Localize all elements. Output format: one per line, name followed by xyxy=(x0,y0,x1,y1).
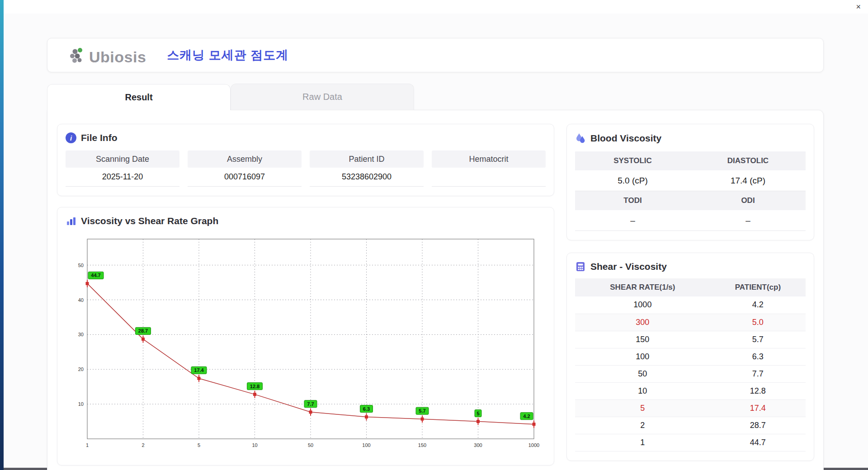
table-row-highlight: 3005.0 xyxy=(575,314,806,331)
logo-cluster-icon xyxy=(67,46,87,65)
cell-patient: 4.2 xyxy=(710,296,806,314)
svg-text:50: 50 xyxy=(78,263,84,268)
cell-shear: 100 xyxy=(575,348,710,365)
cell-patient: 17.4 xyxy=(710,400,806,417)
svg-text:28.7: 28.7 xyxy=(138,328,148,334)
bv-value-todi: – xyxy=(575,210,690,231)
table-header-row: SHEAR RATE(1/s) PATIENT(cp) xyxy=(575,278,806,296)
svg-text:5: 5 xyxy=(476,411,479,416)
svg-text:50: 50 xyxy=(308,442,313,448)
svg-text:30: 30 xyxy=(78,332,84,337)
table-row: 507.7 xyxy=(575,365,806,382)
svg-text:5: 5 xyxy=(198,442,200,448)
app-header: Ubiosis 스캐닝 모세관 점도계 xyxy=(47,38,824,72)
tab-bar: Result Raw Data xyxy=(47,84,824,110)
field-label: Hematocrit xyxy=(432,150,546,168)
svg-text:4.2: 4.2 xyxy=(523,414,530,419)
bv-header-systolic: SYSTOLIC xyxy=(575,151,690,170)
file-info-title: File Info xyxy=(81,132,118,143)
table-row-highlight: 517.4 xyxy=(575,400,806,417)
tab-result-label: Result xyxy=(125,92,152,103)
bar-chart-icon xyxy=(66,216,76,226)
page-title: 스캐닝 모세관 점도계 xyxy=(167,47,288,63)
cell-patient: 6.3 xyxy=(710,348,806,365)
column-patient: PATIENT(cp) xyxy=(710,278,806,296)
logo-text: Ubiosis xyxy=(89,49,146,65)
shear-viscosity-title: Shear - Viscosity xyxy=(590,261,667,272)
svg-text:12.8: 12.8 xyxy=(250,384,259,389)
svg-text:10: 10 xyxy=(252,442,257,448)
cell-shear: 5 xyxy=(575,400,710,417)
bv-header-diastolic: DIASTOLIC xyxy=(690,151,806,170)
graph-header: Viscosity vs Shear Rate Graph xyxy=(66,216,546,226)
cell-patient: 7.7 xyxy=(710,365,806,382)
viscosity-graph-panel: Viscosity vs Shear Rate Graph 1020304050… xyxy=(57,207,554,465)
svg-text:2: 2 xyxy=(142,442,144,448)
field-value: 000716097 xyxy=(188,168,302,187)
table-row: 144.7 xyxy=(575,434,806,451)
table-row: 228.7 xyxy=(575,417,806,434)
bv-value-systolic: 5.0 (cP) xyxy=(575,170,690,191)
bv-header-odi: ODI xyxy=(690,191,806,210)
cell-shear: 50 xyxy=(575,365,710,382)
svg-text:6.3: 6.3 xyxy=(363,406,370,412)
file-info-fields: Scanning Date 2025-11-20 Assembly 000716… xyxy=(66,150,546,187)
cell-patient: 5.7 xyxy=(710,331,806,348)
right-column: Blood Viscosity SYSTOLIC DIASTOLIC 5.0 (… xyxy=(566,124,814,465)
result-content: i File Info Scanning Date 2025-11-20 Ass… xyxy=(47,110,824,470)
blood-viscosity-title: Blood Viscosity xyxy=(590,133,661,144)
blood-viscosity-header: Blood Viscosity xyxy=(575,132,806,144)
field-value: 53238602900 xyxy=(310,168,424,187)
cell-shear: 1000 xyxy=(575,296,710,314)
field-hematocrit: Hematocrit xyxy=(432,150,546,187)
close-icon[interactable]: × xyxy=(856,2,861,12)
table-row: 1012.8 xyxy=(575,382,806,400)
cell-patient: 12.8 xyxy=(710,382,806,400)
svg-text:5.7: 5.7 xyxy=(419,408,425,414)
svg-text:20: 20 xyxy=(78,367,84,372)
cell-shear: 10 xyxy=(575,382,710,400)
left-column: i File Info Scanning Date 2025-11-20 Ass… xyxy=(57,124,554,465)
calculator-icon xyxy=(575,261,586,272)
table-row: 10004.2 xyxy=(575,296,806,314)
tab-raw-data-label: Raw Data xyxy=(302,92,342,102)
field-label: Scanning Date xyxy=(66,150,179,168)
table-row: 1505.7 xyxy=(575,331,806,348)
viscosity-chart: 10203040501251050100150300100044.728.717… xyxy=(66,232,546,456)
svg-text:100: 100 xyxy=(362,442,370,448)
field-assembly: Assembly 000716097 xyxy=(188,150,302,187)
svg-text:150: 150 xyxy=(418,442,426,448)
cell-patient: 44.7 xyxy=(710,434,806,451)
bv-value-diastolic: 17.4 (cP) xyxy=(690,170,806,191)
field-patient-id: Patient ID 53238602900 xyxy=(310,150,424,187)
svg-text:44.7: 44.7 xyxy=(91,273,100,278)
svg-text:1000: 1000 xyxy=(528,442,539,448)
svg-text:10: 10 xyxy=(78,401,84,407)
file-info-panel: i File Info Scanning Date 2025-11-20 Ass… xyxy=(57,124,554,196)
field-label: Assembly xyxy=(188,150,302,168)
blood-viscosity-panel: Blood Viscosity SYSTOLIC DIASTOLIC 5.0 (… xyxy=(566,124,814,240)
file-info-header: i File Info xyxy=(66,132,546,143)
cell-patient: 28.7 xyxy=(710,417,806,434)
cell-shear: 1 xyxy=(575,434,710,451)
field-scanning-date: Scanning Date 2025-11-20 xyxy=(66,150,179,187)
info-icon: i xyxy=(66,132,76,143)
cell-shear: 2 xyxy=(575,417,710,434)
tab-raw-data[interactable]: Raw Data xyxy=(231,84,414,110)
table-row: 1006.3 xyxy=(575,348,806,365)
svg-text:300: 300 xyxy=(474,442,482,448)
titlebar: × xyxy=(4,0,868,14)
blood-viscosity-table: SYSTOLIC DIASTOLIC 5.0 (cP) 17.4 (cP) TO… xyxy=(575,151,806,231)
bv-value-odi: – xyxy=(690,210,806,231)
ubiosis-logo: Ubiosis xyxy=(67,46,146,65)
page: Ubiosis 스캐닝 모세관 점도계 Result Raw Data i Fi… xyxy=(4,14,868,470)
svg-text:17.4: 17.4 xyxy=(194,367,204,373)
cell-shear: 300 xyxy=(575,314,710,331)
svg-text:1: 1 xyxy=(86,442,89,448)
column-shear-rate: SHEAR RATE(1/s) xyxy=(575,278,710,296)
shear-viscosity-header: Shear - Viscosity xyxy=(575,261,806,272)
tab-result[interactable]: Result xyxy=(47,84,231,110)
svg-text:7.7: 7.7 xyxy=(307,401,314,407)
field-value: 2025-11-20 xyxy=(66,168,179,187)
graph-title: Viscosity vs Shear Rate Graph xyxy=(81,216,218,226)
